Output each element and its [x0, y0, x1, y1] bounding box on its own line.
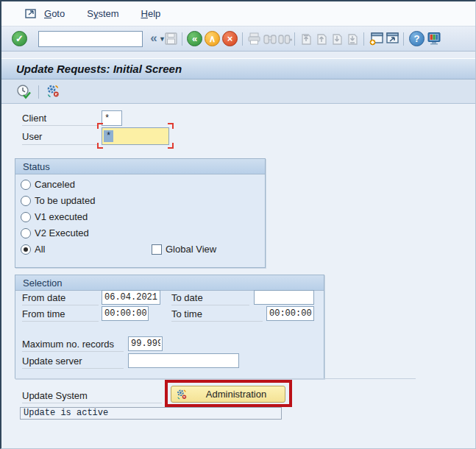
- new-session-icon[interactable]: [369, 32, 384, 46]
- radio-to-be-updated[interactable]: To be updated: [21, 195, 95, 206]
- toolbar-separator: [403, 32, 404, 46]
- max-records-input[interactable]: [128, 336, 163, 351]
- title-bar: Update Requests: Initial Screen: [1, 58, 475, 79]
- radio-icon: [21, 244, 31, 255]
- menu-goto[interactable]: Goto: [40, 6, 69, 21]
- update-status-display: Update is active: [20, 407, 282, 420]
- radio-v1-executed[interactable]: V1 executed: [21, 211, 88, 222]
- execute-icon[interactable]: [16, 84, 32, 99]
- command-input[interactable]: [39, 32, 155, 46]
- enter-icon[interactable]: ✓: [12, 31, 27, 46]
- toolbar-separator: [38, 85, 39, 99]
- page-up-icon: [316, 32, 328, 46]
- system-menu-icon[interactable]: [25, 8, 40, 20]
- sap-gui-window: Goto System Help ✓ ▼ « « ∧ ×: [0, 0, 476, 449]
- print-icon: [247, 32, 261, 46]
- administration-button[interactable]: Administration: [171, 386, 285, 403]
- selection-groupbox-title: Selection: [15, 275, 324, 291]
- section-divider: [15, 378, 416, 379]
- first-page-icon: [300, 32, 313, 46]
- last-page-icon: [347, 32, 359, 46]
- radio-canceled[interactable]: Canceled: [21, 179, 75, 190]
- radio-all[interactable]: All: [21, 244, 45, 255]
- checkbox-global-view[interactable]: Global View: [152, 244, 216, 255]
- radio-icon: [21, 228, 31, 238]
- cancel-icon[interactable]: ×: [222, 31, 238, 46]
- sap-shortcut-icon[interactable]: [386, 32, 399, 46]
- user-label: User: [22, 131, 99, 145]
- from-date-input[interactable]: [102, 290, 160, 305]
- administration-icon[interactable]: [46, 84, 60, 99]
- customize-layout-icon[interactable]: [427, 32, 441, 46]
- exit-icon[interactable]: ∧: [205, 31, 220, 46]
- back-icon[interactable]: «: [187, 31, 202, 46]
- page-down-icon: [331, 32, 344, 46]
- toolbar-separator: [242, 32, 243, 46]
- menu-bar: Goto System Help: [1, 1, 475, 26]
- user-input[interactable]: *: [102, 127, 169, 145]
- administration-button-label: Administration: [188, 389, 285, 400]
- find-next-icon: [278, 32, 292, 46]
- max-records-label: Maximum no. records: [22, 339, 124, 352]
- toolbar-separator: [182, 32, 182, 46]
- from-date-label: From date: [22, 292, 99, 305]
- from-time-label: From time: [22, 308, 99, 322]
- to-date-input[interactable]: [254, 290, 314, 305]
- update-system-label: Update System: [22, 390, 162, 403]
- update-server-label: Update server: [22, 356, 124, 369]
- save-icon: [164, 32, 178, 46]
- find-icon: [263, 32, 277, 46]
- administration-gears-icon: [176, 389, 188, 400]
- radio-icon: [21, 212, 31, 222]
- menu-system[interactable]: System: [82, 6, 123, 21]
- radio-icon: [21, 180, 31, 190]
- page-title: Update Requests: Initial Screen: [16, 63, 182, 75]
- client-label: Client: [22, 113, 99, 126]
- help-icon[interactable]: ?: [409, 31, 425, 46]
- checkbox-icon: [152, 244, 162, 255]
- to-time-label: To time: [171, 308, 263, 322]
- update-server-input[interactable]: [128, 353, 239, 368]
- to-time-input[interactable]: [266, 306, 314, 321]
- command-field[interactable]: ▼: [38, 31, 143, 47]
- menu-help[interactable]: Help: [137, 6, 166, 21]
- client-input[interactable]: [102, 110, 122, 126]
- standard-toolbar: ✓ ▼ « « ∧ ×: [1, 26, 475, 52]
- toolbar-separator: [294, 32, 295, 46]
- radio-icon: [21, 196, 31, 206]
- toolbar-gap-band: [1, 52, 475, 58]
- collapse-icon[interactable]: «: [148, 30, 160, 46]
- user-input-selection: *: [104, 130, 113, 142]
- radio-v2-executed[interactable]: V2 Executed: [21, 227, 89, 238]
- to-date-label: To date: [171, 292, 249, 305]
- from-time-input[interactable]: [102, 306, 149, 321]
- toolbar-separator: [363, 32, 364, 46]
- status-groupbox-title: Status: [15, 159, 265, 174]
- application-toolbar: [1, 79, 475, 104]
